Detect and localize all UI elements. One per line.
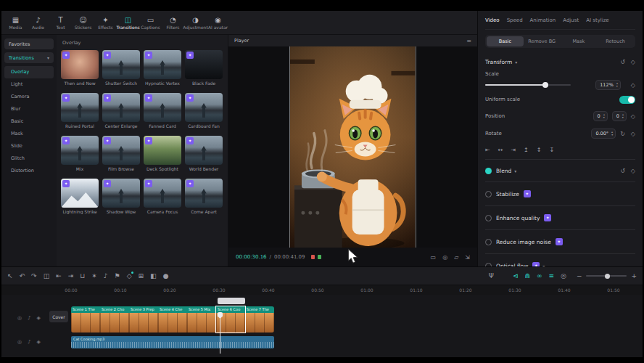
transition-quick-icon[interactable]: ◇ [127, 273, 132, 280]
transition-item-camera-focus[interactable]: ✦Camera Focus [144, 179, 181, 214]
sidebar-item-blur[interactable]: Blur [4, 103, 54, 115]
stepper-icons[interactable]: ▾▾ [603, 113, 605, 119]
transition-item-cardboard-fan[interactable]: ✦Cardboard Fan [185, 93, 223, 129]
subtab-retouch[interactable]: Retouch [597, 36, 634, 46]
playhead[interactable] [220, 312, 220, 354]
keyframe-diamond-icon[interactable]: ◇ [631, 113, 635, 120]
stepper-icons[interactable]: ▾▾ [616, 82, 618, 88]
tool-transitions[interactable]: ◫Transitions [117, 15, 139, 31]
sidebar-item-mask[interactable]: Mask [4, 128, 54, 140]
delete-left-icon[interactable]: ⇤ [56, 273, 62, 280]
clip-scene-7[interactable]: Scene 7 The [245, 306, 274, 333]
tab-ai-stylize[interactable]: AI stylize [586, 17, 608, 23]
display-mode-icon[interactable]: ▭ [431, 254, 437, 261]
reset-icon[interactable]: ↺ [620, 168, 625, 174]
tab-video[interactable]: Video [485, 17, 500, 23]
transition-item-fanned-card[interactable]: ✦Fanned Card [144, 93, 181, 129]
rotate-value-field[interactable]: 0.00° ▾▾ [591, 129, 616, 139]
freeze-frame-icon[interactable]: ✶ [91, 273, 97, 280]
align-right-icon[interactable]: ⇥ [511, 147, 516, 153]
toggle-track-visibility-icon[interactable]: ◎ [17, 339, 22, 345]
delete-right-icon[interactable]: ⇥ [68, 273, 74, 280]
tool-stickers[interactable]: ☺Stickers [72, 15, 94, 31]
toggle-track-visibility-icon[interactable]: ◎ [17, 315, 22, 321]
range-in-marker[interactable] [311, 255, 315, 259]
mute-track-icon[interactable]: ♪ [28, 339, 30, 345]
clip-scene-5[interactable]: Scene 5 Mix [187, 306, 216, 333]
clip-scene-2[interactable]: Scene 2 Cho [100, 306, 129, 333]
sidebar-item-distortion[interactable]: Distortion [4, 165, 54, 177]
mute-track-icon[interactable]: ♪ [28, 315, 30, 321]
align-bottom-icon[interactable]: ↧ [550, 147, 555, 153]
mirror-icon[interactable]: ◧ [150, 273, 157, 280]
lock-track-icon[interactable]: ◈ [37, 339, 41, 345]
enhance-quality-toggle[interactable] [485, 215, 492, 221]
tool-effects[interactable]: ✦Effects [94, 15, 117, 31]
overlay-clip[interactable] [218, 298, 245, 304]
redo-icon[interactable]: ↷ [31, 273, 37, 280]
tool-audio[interactable]: ♪Audio [27, 15, 49, 31]
crop-icon[interactable]: ⊞ [139, 273, 144, 280]
position-y-field[interactable]: 0 ▾▾ [612, 111, 627, 121]
keyframe-diamond-icon[interactable]: ◇ [631, 82, 635, 89]
player-menu-icon[interactable]: ≡ [466, 38, 471, 44]
uniform-scale-toggle[interactable] [619, 96, 635, 104]
sidebar-item-basic[interactable]: Basic [4, 115, 54, 128]
rotate-dial-icon[interactable]: ↻ [620, 131, 625, 137]
sidebar-item-camera[interactable]: Camera [4, 91, 54, 103]
clip-scene-4[interactable]: Scene 4 Che [158, 306, 187, 333]
sidebar-item-slide[interactable]: Slide [4, 140, 54, 152]
marker-icon[interactable]: ⚑ [115, 273, 120, 280]
transition-item-world-bender[interactable]: ✦World Bender [185, 136, 223, 171]
tab-adjust[interactable]: Adjust [563, 17, 579, 23]
scale-value-field[interactable]: 112% ▾▾ [595, 80, 621, 90]
audio-clip[interactable]: Cat Cooking.mp3 [71, 336, 274, 348]
zoom-in-icon[interactable]: + [631, 273, 637, 280]
snap-icon[interactable]: ≡ [549, 273, 555, 280]
transition-item-center-enlarge[interactable]: ✦Center Enlarge [102, 93, 140, 129]
cover-button[interactable]: Cover [49, 311, 68, 322]
scale-slider-knob[interactable] [542, 82, 548, 88]
scale-slider[interactable] [485, 84, 571, 86]
fullscreen-icon[interactable]: ⇲ [465, 254, 470, 261]
chevron-down-icon[interactable]: ▾ [515, 60, 517, 65]
reset-icon[interactable]: ↺ [620, 59, 625, 65]
audio-meter-icon[interactable]: ⊲ [513, 273, 519, 280]
transition-item-hypnotic-vortex[interactable]: ✦Hypnotic Vortex [144, 50, 181, 86]
align-top-icon[interactable]: ↥ [524, 147, 529, 153]
preview-quality-icon[interactable]: ◎ [561, 273, 566, 280]
transition-item-deck-spotlight[interactable]: ✦Deck Spotlight [144, 136, 181, 171]
keyframe-diamond-icon[interactable]: ◇ [631, 168, 635, 174]
transition-item-mix[interactable]: ✦Mix [61, 136, 99, 171]
keyframe-diamond-icon[interactable]: ◇ [631, 131, 635, 137]
align-left-icon[interactable]: ⇤ [485, 147, 490, 153]
tool-captions[interactable]: ▭Captions [139, 15, 162, 31]
stepper-icons[interactable]: ▾▾ [622, 113, 624, 119]
transition-item-come-apart[interactable]: ✦Come Apart [185, 179, 223, 214]
sidebar-item-light[interactable]: Light [4, 78, 54, 91]
magnet-icon[interactable]: ⋒ [524, 273, 530, 280]
subtab-mask[interactable]: Mask [561, 36, 598, 46]
transition-item-shutter-switch[interactable]: ✦Shutter Switch [102, 50, 140, 86]
stabilize-toggle[interactable] [485, 191, 492, 197]
reduce-image-noise-toggle[interactable] [485, 239, 492, 245]
sidebar-group-transitions[interactable]: Transitions▾ [4, 52, 54, 63]
subtab-basic[interactable]: Basic [487, 36, 524, 46]
transition-item-ruined-portal[interactable]: ✦Ruined Portal [61, 93, 99, 129]
tool-filters[interactable]: ◔Filters [162, 15, 184, 31]
delete-icon[interactable]: ⊔ [80, 273, 85, 280]
stepper-icons[interactable]: ▾▾ [611, 131, 613, 136]
link-icon[interactable]: ∞ [537, 273, 542, 280]
tab-animation[interactable]: Animation [530, 17, 556, 23]
clip-scene-6[interactable]: Scene 6 Coo [216, 306, 245, 333]
subtab-remove-bg[interactable]: Remove BG [524, 36, 561, 46]
clip-scene-1[interactable]: Scene 1 The [71, 306, 100, 333]
timeline-ruler[interactable]: 00:0000:1000:2000:3000:4000:5001:0001:10… [1, 285, 643, 295]
mute-icon[interactable]: ♪ [104, 273, 108, 280]
transition-item-lightning-strike[interactable]: ✦Lightning Strike [61, 179, 99, 214]
zoom-slider-knob[interactable] [605, 274, 610, 279]
sidebar-item-overlay[interactable]: Overlay [4, 66, 54, 78]
position-x-field[interactable]: 0 ▾▾ [593, 111, 608, 121]
select-icon[interactable]: ↖ [7, 273, 13, 280]
align-center-h-icon[interactable]: ↔ [498, 147, 503, 153]
